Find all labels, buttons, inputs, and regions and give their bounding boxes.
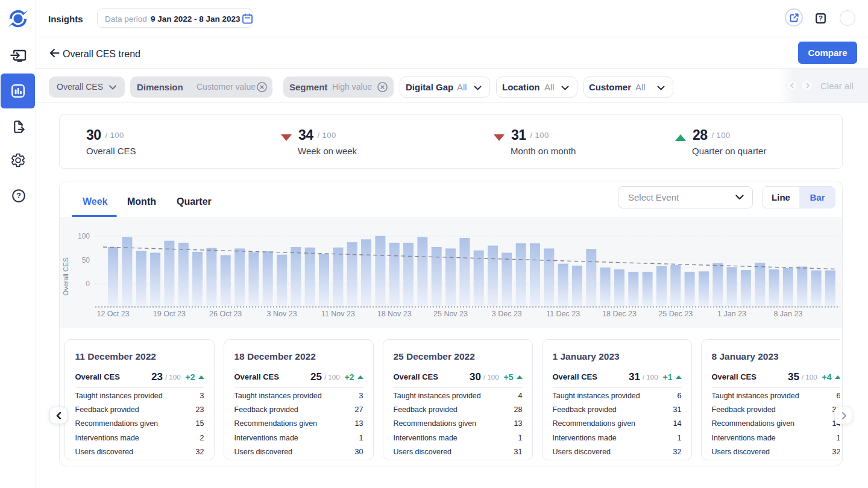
svg-text:3 Dec 23: 3 Dec 23 [492, 310, 522, 318]
svg-text:1 Jan 23: 1 Jan 23 [717, 310, 746, 318]
svg-text:18 Nov 23: 18 Nov 23 [377, 310, 412, 318]
svg-text:100: 100 [78, 232, 90, 240]
svg-text:19 Oct 23: 19 Oct 23 [153, 310, 186, 318]
svg-text:?: ? [16, 192, 21, 200]
svg-text:8 Jan 23: 8 Jan 23 [773, 310, 802, 318]
svg-text:18 Dec 23: 18 Dec 23 [602, 310, 637, 318]
svg-text:?: ? [819, 14, 823, 22]
svg-text:3 Nov 23: 3 Nov 23 [267, 310, 297, 318]
svg-text:12 Oct 23: 12 Oct 23 [96, 310, 129, 318]
svg-text:26 Oct 23: 26 Oct 23 [209, 310, 242, 318]
svg-text:25 Dec 23: 25 Dec 23 [658, 310, 693, 318]
svg-text:11 Nov 23: 11 Nov 23 [321, 310, 355, 318]
svg-text:Overall CES: Overall CES [62, 257, 69, 296]
svg-text:50: 50 [82, 256, 90, 264]
svg-text:11 Dec 23: 11 Dec 23 [546, 310, 580, 318]
svg-text:0: 0 [86, 280, 90, 288]
svg-text:25 Nov 23: 25 Nov 23 [433, 310, 468, 318]
